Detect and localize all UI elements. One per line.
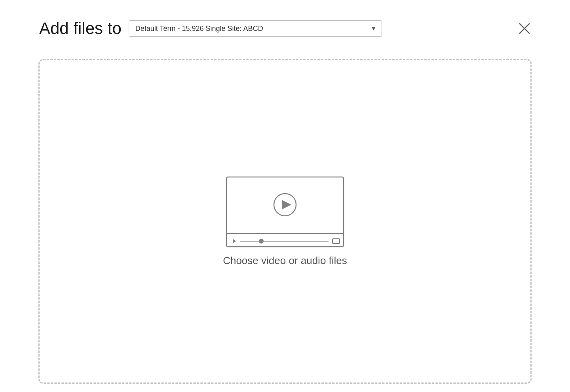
svg-marker-6: [233, 239, 236, 244]
dialog-header: Add files to Default Term - 15.926 Singl…: [26, 8, 544, 47]
dialog-title: Add files to: [39, 19, 122, 38]
file-drop-zone[interactable]: Choose video or audio files: [38, 59, 532, 384]
close-button[interactable]: [517, 21, 532, 36]
destination-dropdown-container: Default Term - 15.926 Single Site: ABCD: [129, 20, 382, 37]
svg-point-8: [259, 239, 264, 244]
drop-zone-label: Choose video or audio files: [223, 255, 347, 267]
media-icon-container: Choose video or audio files: [223, 176, 347, 267]
svg-rect-2: [226, 177, 344, 247]
video-player-icon: [226, 176, 344, 247]
destination-select[interactable]: Default Term - 15.926 Single Site: ABCD: [129, 20, 382, 37]
close-icon: [518, 22, 531, 35]
dropdown-wrapper: Default Term - 15.926 Single Site: ABCD: [129, 20, 382, 37]
svg-rect-9: [332, 239, 340, 244]
dialog-body: Choose video or audio files: [26, 47, 544, 392]
svg-marker-5: [282, 200, 291, 209]
dialog-container: Add files to Default Term - 15.926 Singl…: [26, 8, 544, 392]
